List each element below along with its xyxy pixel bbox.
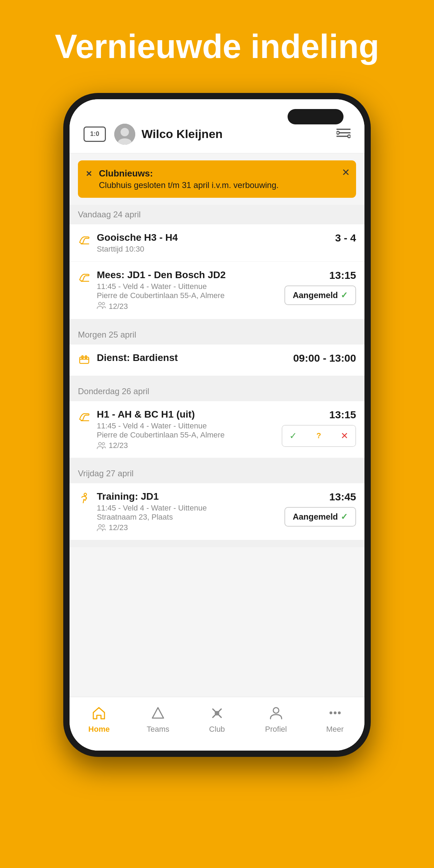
svg-point-25 (330, 711, 332, 714)
nav-label-profiel: Profiel (265, 725, 287, 734)
event-right-4: 13:15 ✓ ? ✕ (282, 409, 356, 447)
event-team-count-2: 12/23 (97, 302, 278, 311)
nav-label-meer: Meer (326, 725, 344, 734)
bottom-gap (70, 540, 364, 547)
notif-text: Clubnieuws: Clubhuis gesloten t/m 31 apr… (99, 168, 279, 190)
screen-content: 1:0 Wilco Kleijnen (70, 99, 364, 751)
nav-item-teams[interactable]: Teams (129, 703, 188, 737)
notif-close-icon[interactable]: ✕ (342, 167, 350, 178)
phone-screen: 1:0 Wilco Kleijnen (70, 99, 364, 751)
teams-icon (151, 706, 165, 723)
section-gap-2 (70, 376, 364, 382)
profiel-icon (269, 706, 283, 723)
svg-point-6 (337, 131, 339, 134)
event-sub-4: 11:45 - Veld 4 - Water - Uittenue (97, 421, 275, 431)
settings-icon[interactable] (337, 127, 350, 141)
event-details-3: Dienst: Bardienst (97, 352, 287, 363)
event-title-2: Mees: JD1 - Den Bosch JD2 (97, 269, 278, 281)
rsvp-maybe-button[interactable]: ? (310, 426, 328, 446)
notif-title: Clubnieuws: (99, 168, 279, 179)
check-icon: ✓ (341, 290, 348, 300)
notif-x-icon: ✕ (86, 169, 92, 179)
event-item: Mees: JD1 - Den Bosch JD2 11:45 - Veld 4… (70, 262, 364, 319)
header-username: Wilco Kleijnen (142, 127, 223, 141)
event-details-2: Mees: JD1 - Den Bosch JD2 11:45 - Veld 4… (97, 269, 278, 311)
event-title: Gooische H3 - H4 (97, 232, 329, 243)
aangemeld-button-2[interactable]: Aangemeld ✓ (284, 507, 356, 527)
nav-item-profiel[interactable]: Profiel (246, 703, 305, 737)
home-icon (92, 706, 106, 723)
rsvp-yes-button[interactable]: ✓ (282, 426, 304, 446)
svg-point-7 (348, 135, 350, 138)
section-gap (70, 319, 364, 325)
event-right-2: 13:15 Aangemeld ✓ (284, 269, 356, 305)
event-item-4: H1 - AH & BC H1 (uit) 11:45 - Veld 4 - W… (70, 401, 364, 458)
team-count-5: 12/23 (109, 523, 128, 532)
svg-point-17 (102, 442, 105, 445)
score-icon[interactable]: 1:0 (84, 126, 106, 142)
event-subtitle: Starttijd 10:30 (97, 245, 329, 254)
svg-point-26 (334, 711, 337, 714)
svg-point-1 (121, 128, 129, 136)
rsvp-no-button[interactable]: ✕ (334, 426, 355, 446)
event-right-5: 13:45 Aangemeld ✓ (284, 491, 356, 527)
event-score: 3 - 4 (335, 232, 356, 244)
svg-point-16 (99, 442, 101, 445)
date-section-friday: Vrijdag 27 april (70, 464, 364, 483)
aangemeld-button[interactable]: Aangemeld ✓ (284, 285, 356, 305)
svg-point-19 (99, 525, 101, 527)
hockey-icon (78, 233, 91, 248)
nav-item-home[interactable]: Home (70, 703, 129, 737)
service-icon (78, 354, 91, 368)
event-right: 3 - 4 (335, 232, 356, 244)
team-count-label: 12/23 (109, 302, 128, 311)
header-profile: Wilco Kleijnen (114, 124, 337, 145)
hockey-icon-3 (78, 410, 91, 425)
meer-icon (328, 706, 342, 723)
training-icon (78, 492, 91, 507)
phone-mockup: 1:0 Wilco Kleijnen (63, 93, 371, 757)
event-time-2: 13:15 (329, 269, 356, 281)
page-headline: Vernieuwde indeling (41, 28, 393, 65)
team-icon (97, 302, 106, 311)
date-section-tomorrow: Morgen 25 april (70, 325, 364, 345)
nav-item-meer[interactable]: Meer (305, 703, 364, 737)
section-gap-3 (70, 458, 364, 464)
aangemeld-label-2: Aangemeld (293, 512, 338, 522)
notification-banner: ✕ Clubnieuws: Clubhuis gesloten t/m 31 a… (78, 160, 356, 198)
scroll-area: ✕ Clubnieuws: Clubhuis gesloten t/m 31 a… (70, 153, 364, 697)
event-time-4: 13:15 (329, 409, 356, 421)
app-header: 1:0 Wilco Kleijnen (70, 99, 364, 153)
hockey-icon-2 (78, 271, 91, 285)
event-right-3: 09:00 - 13:00 (293, 352, 356, 364)
event-location-5: Straatnaam 23, Plaats (97, 513, 278, 522)
event-time-5: 13:45 (329, 491, 356, 503)
svg-point-10 (99, 302, 101, 305)
rsvp-buttons: ✓ ? ✕ (282, 425, 356, 447)
event-title-4: H1 - AH & BC H1 (uit) (97, 409, 275, 420)
event-item-3: Dienst: Bardienst 09:00 - 13:00 (70, 345, 364, 376)
event-title-3: Dienst: Bardienst (97, 352, 287, 363)
nav-label-club: Club (209, 725, 225, 734)
svg-rect-12 (80, 357, 89, 363)
phone-shell: 1:0 Wilco Kleijnen (63, 93, 371, 757)
notif-body: Clubhuis gesloten t/m 31 april i.v.m. ve… (99, 180, 279, 190)
svg-point-27 (338, 711, 341, 714)
event-sub-2: 11:45 - Veld 4 - Water - Uittenue (97, 282, 278, 291)
phone-notch (288, 109, 343, 124)
event-time-3: 09:00 - 13:00 (293, 352, 356, 364)
club-icon (210, 706, 224, 723)
date-section-today: Vandaag 24 april (70, 205, 364, 224)
bottom-nav: Home Teams (70, 697, 364, 751)
event-location-2: Pierre de Coubertinlaan 55-A, Almere (97, 291, 278, 300)
svg-point-24 (273, 708, 279, 713)
avatar[interactable] (114, 124, 135, 145)
event-details: Gooische H3 - H4 Starttijd 10:30 (97, 232, 329, 254)
team-count-4: 12/23 (109, 441, 128, 450)
svg-point-18 (84, 493, 87, 496)
check-icon-2: ✓ (341, 512, 348, 522)
event-item: Gooische H3 - H4 Starttijd 10:30 3 - 4 (70, 224, 364, 262)
svg-point-20 (102, 525, 105, 527)
nav-item-club[interactable]: Club (188, 703, 247, 737)
svg-point-11 (102, 302, 105, 305)
